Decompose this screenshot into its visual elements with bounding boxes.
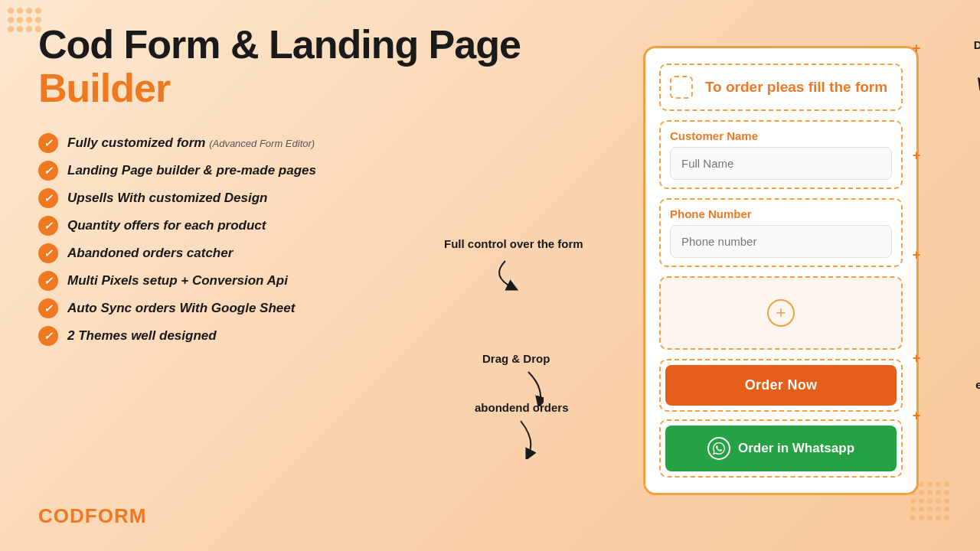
whatsapp-order-button[interactable]: Order in Whatsapp (665, 425, 897, 471)
check-icon-2 (38, 161, 58, 181)
customer-name-field-group: Customer Name (659, 120, 903, 189)
plus-icon-mr4[interactable]: + (909, 408, 924, 423)
plus-icon-mr2[interactable]: + (909, 247, 924, 262)
order-now-button[interactable]: Order Now (665, 365, 897, 406)
plus-icon-mr3[interactable]: + (909, 350, 924, 366)
annotation-drag-drop-top: Drag & Drop (974, 38, 980, 93)
feature-item-8: 2 Themes well designed (38, 326, 605, 346)
customer-name-label: Customer Name (670, 129, 892, 142)
annotation-easy-setup: easy to setup (975, 378, 980, 436)
add-circle-icon[interactable]: + (767, 299, 795, 327)
add-block[interactable]: + (659, 276, 903, 350)
check-icon-3 (38, 188, 58, 208)
feature-item-3: Upsells With customized Design (38, 188, 605, 208)
form-title-block: To order pleas fill the form (659, 64, 903, 111)
check-icon-1 (38, 133, 58, 153)
form-title-text: To order pleas fill the form (701, 79, 892, 96)
left-panel: Cod Form & Landing Page Builder Fully cu… (38, 23, 620, 528)
feature-item-7: Auto Sync orders With Google Sheet (38, 298, 605, 318)
check-icon-4 (38, 216, 58, 236)
form-title-icon-placeholder (670, 76, 693, 99)
plus-icon-mr1[interactable]: + (909, 148, 924, 163)
whatsapp-icon (707, 437, 730, 460)
plus-icon-tr[interactable]: + (909, 41, 924, 56)
feature-item-2: Landing Page builder & pre-made pages (38, 161, 605, 181)
check-icon-5 (38, 243, 58, 263)
phone-number-field-group: Phone Number (659, 198, 903, 267)
features-list: Fully customized form (Advanced Form Edi… (38, 133, 605, 346)
whatsapp-btn-block: Order in Whatsapp (659, 419, 903, 478)
phone-number-input[interactable] (670, 225, 892, 258)
whatsapp-btn-label: Order in Whatsapp (738, 441, 854, 456)
right-panel: Drag & Drop Full control over the form (620, 23, 942, 528)
customer-name-input[interactable] (670, 147, 892, 180)
phone-number-label: Phone Number (670, 207, 892, 220)
form-card: + + + + + To order pleas fill the form C… (643, 46, 919, 495)
feature-item-6: Multi Pixels setup + Conversion Api (38, 271, 605, 291)
page-title: Cod Form & Landing Page Builder (38, 23, 605, 110)
order-btn-block: Order Now (659, 359, 903, 412)
brand-logo: CODFORM (38, 504, 146, 528)
check-icon-6 (38, 271, 58, 291)
feature-item-4: Quantity offers for each product (38, 216, 605, 236)
check-icon-7 (38, 298, 58, 318)
check-icon-8 (38, 326, 58, 346)
feature-item-5: Abandoned orders catcher (38, 243, 605, 263)
feature-item-1: Fully customized form (Advanced Form Edi… (38, 133, 605, 153)
